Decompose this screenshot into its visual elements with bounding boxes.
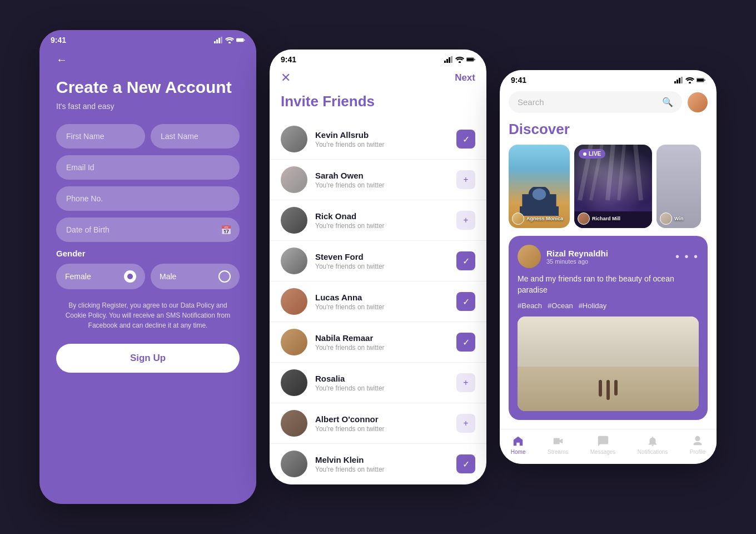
svg-rect-10 [451, 56, 452, 63]
phone-input[interactable] [56, 186, 240, 211]
search-placeholder: Search [518, 97, 658, 107]
tag-holiday[interactable]: #Holiday [579, 301, 607, 310]
post-time: 35 minutes ago [546, 258, 675, 265]
profile-icon [692, 435, 704, 447]
svg-rect-14 [474, 59, 475, 61]
friend-name-0: Kevin Allsrub [315, 130, 456, 140]
friend-avatar-0 [281, 126, 307, 152]
friend-item-8: Melvin Klein You're friends on twitter ✓ [270, 444, 486, 484]
dob-input[interactable] [56, 217, 240, 242]
phone-discover: 9:41 Search 🔍 Discover [500, 70, 717, 463]
nav-profile[interactable]: Profile [690, 435, 705, 455]
friend-action-1[interactable]: + [456, 170, 475, 189]
last-name-input[interactable] [151, 124, 240, 149]
svg-line-31 [635, 145, 641, 200]
stories-row: Agness Monica [500, 145, 717, 228]
nav-streams[interactable]: Streams [548, 435, 568, 455]
svg-rect-3 [221, 37, 222, 43]
time-1: 9:41 [51, 36, 66, 44]
first-name-input[interactable] [56, 124, 145, 149]
friend-action-3[interactable]: ✓ [456, 251, 475, 270]
svg-rect-8 [446, 59, 448, 63]
story-name-1: Agness Monica [526, 216, 563, 221]
friend-info-1: Sarah Owen You're friends on twitter [315, 171, 456, 189]
close-button[interactable]: ✕ [281, 71, 291, 85]
friend-sub-8: You're friends on twitter [315, 466, 456, 473]
friend-action-4[interactable]: ✓ [456, 292, 475, 311]
figure-2 [606, 380, 610, 400]
arch-svg [520, 187, 559, 216]
friend-sub-6: You're friends on twitter [315, 384, 456, 392]
friend-action-5[interactable]: ✓ [456, 333, 475, 352]
signup-button[interactable]: Sign Up [56, 344, 240, 373]
invite-title: Invite Friends [270, 91, 486, 119]
friend-action-2[interactable]: + [456, 211, 475, 230]
friend-sub-1: You're friends on twitter [315, 181, 456, 189]
status-bar-3: 9:41 [500, 70, 717, 88]
phone-invite: 9:41 ✕ Next Invite Friends Kevin Allsrub… [270, 50, 486, 484]
story-card-3[interactable]: Win [656, 145, 701, 228]
friend-action-7[interactable]: + [456, 414, 475, 433]
svg-rect-6 [244, 39, 245, 41]
friend-sub-4: You're friends on twitter [315, 303, 456, 311]
friend-sub-0: You're friends on twitter [315, 141, 456, 149]
battery-icon-1 [236, 37, 245, 43]
invite-header: ✕ Next [270, 67, 486, 91]
battery-icon-3 [697, 77, 705, 83]
story-avatar-1 [512, 212, 524, 225]
svg-rect-7 [444, 61, 446, 63]
friend-action-8[interactable]: ✓ [456, 454, 475, 473]
register-title: Create a New Account [56, 77, 240, 97]
back-button[interactable]: ← [56, 53, 240, 66]
friend-info-7: Albert O'connor You're friends on twitte… [315, 414, 456, 433]
post-tags: #Beach #Ocean #Holiday [518, 301, 699, 310]
friend-info-6: Rosalia You're friends on twitter [315, 374, 456, 392]
friend-name-8: Melvin Klein [315, 455, 456, 464]
email-input[interactable] [56, 155, 240, 180]
user-avatar[interactable] [688, 92, 708, 112]
gender-male[interactable]: Male [151, 264, 240, 289]
post-user-info: Rizal Reynaldhi 35 minutes ago [546, 249, 675, 265]
post-image [518, 317, 699, 411]
story-user-2: Richard Mill [578, 212, 620, 225]
friend-action-0[interactable]: ✓ [456, 130, 475, 149]
friend-action-6[interactable]: + [456, 373, 475, 392]
friend-info-5: Nabila Remaar You're friends on twitter [315, 333, 456, 352]
post-text: Me and my friends ran to the beauty of o… [518, 274, 699, 295]
svg-rect-9 [449, 57, 450, 63]
dob-row: 📅 [56, 217, 240, 242]
story-card-1[interactable]: Agness Monica [509, 145, 570, 228]
story-name-2: Richard Mill [592, 216, 620, 221]
nav-home-label: Home [511, 449, 526, 455]
wifi-icon-2 [455, 56, 464, 63]
search-bar[interactable]: Search 🔍 [509, 91, 682, 113]
friend-avatar-img-7 [281, 410, 307, 437]
nav-messages[interactable]: Messages [590, 435, 616, 455]
nav-home[interactable]: Home [511, 435, 526, 455]
friend-name-7: Albert O'connor [315, 414, 456, 424]
nav-profile-label: Profile [690, 449, 705, 455]
svg-rect-0 [214, 41, 216, 43]
status-icons-2 [444, 56, 475, 63]
status-bar-1: 9:41 [39, 30, 256, 48]
time-2: 9:41 [281, 55, 296, 64]
friend-info-8: Melvin Klein You're friends on twitter [315, 455, 456, 473]
tag-beach[interactable]: #Beach [518, 301, 542, 310]
tag-ocean[interactable]: #Ocean [548, 301, 573, 310]
friend-avatar-img-0 [281, 126, 307, 152]
friend-avatar-img-8 [281, 451, 307, 477]
status-bar-2: 9:41 [270, 50, 486, 67]
svg-point-4 [228, 42, 231, 43]
nav-notifications[interactable]: Notifications [638, 435, 668, 455]
nav-messages-label: Messages [590, 449, 616, 455]
svg-point-11 [459, 61, 461, 63]
discover-title: Discover [500, 118, 717, 145]
post-options[interactable]: • • • [675, 250, 699, 263]
calendar-icon: 📅 [221, 225, 232, 235]
svg-rect-5 [236, 38, 243, 42]
next-button[interactable]: Next [455, 72, 475, 83]
gender-female[interactable]: Female [56, 264, 145, 289]
friend-info-0: Kevin Allsrub You're friends on twitter [315, 130, 456, 149]
story-card-2[interactable]: LIVE Richard Mill [574, 145, 652, 228]
signal-icon-2 [444, 56, 453, 63]
